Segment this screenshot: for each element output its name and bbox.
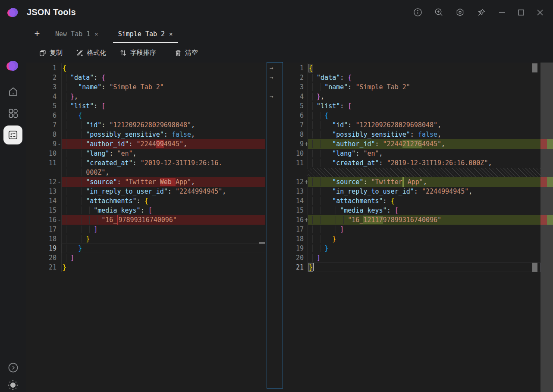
line-number: 20 <box>284 253 304 263</box>
code-line[interactable]: 8 "possibly_sensitive": false, <box>284 130 540 139</box>
code-line[interactable]: 14 "attachments": { <box>26 196 266 206</box>
code-content: ] <box>308 253 540 263</box>
code-line[interactable]: 16- "16_97899316740096" <box>26 215 266 225</box>
revert-diff-arrow-icon[interactable]: → <box>270 74 273 81</box>
code-line[interactable]: 6 { <box>284 111 540 120</box>
code-line[interactable]: 5 "list": [ <box>284 101 540 111</box>
revert-diff-arrow-icon[interactable]: → <box>270 93 273 100</box>
code-line[interactable]: 7 "id": "1212092628029698048", <box>26 120 266 130</box>
line-number: 21 <box>284 263 304 272</box>
scrollbar-bracket-mark <box>532 63 537 72</box>
code-line[interactable]: 000Z", <box>26 168 266 177</box>
minimize-icon[interactable] <box>493 3 512 22</box>
diff-divider-scrollbar[interactable]: →→→ <box>267 62 283 389</box>
code-line[interactable]: 18 } <box>26 234 266 244</box>
code-content: "16_1211797899316740096" <box>308 215 540 225</box>
sidebar-item-json-tools-active[interactable] <box>3 125 22 144</box>
line-number: 19 <box>284 244 304 253</box>
code-content: "lang": "en", <box>61 149 265 158</box>
tab-new-tab-1[interactable]: New Tab 1 × <box>49 25 104 43</box>
tab-label: New Tab 1 <box>55 30 90 38</box>
code-line[interactable]: 19 } <box>26 244 266 253</box>
sort-fields-button[interactable]: 字段排序 <box>119 49 156 57</box>
code-line[interactable]: 9+ "author_id": "2244212764945", <box>284 139 540 149</box>
sidebar-theme-icon[interactable] <box>0 379 26 391</box>
modified-editor[interactable]: 1{2 "data": {3 "name": "Simple Tab 2"4 }… <box>284 63 540 272</box>
maximize-icon[interactable] <box>512 3 531 22</box>
code-line[interactable]: 2 "data": { <box>284 73 540 82</box>
code-line[interactable]: 7 "id": "1212092628029698048", <box>284 120 540 130</box>
line-number: 1 <box>26 63 57 73</box>
code-line[interactable]: 8 "possibly_sensitive": false, <box>26 130 266 139</box>
new-tab-button[interactable]: + <box>33 30 41 38</box>
code-line[interactable]: 12+ "source": "Twitter App", <box>284 177 540 187</box>
code-line[interactable]: 20 ] <box>26 253 266 263</box>
code-line[interactable]: 10 "lang": "en", <box>284 149 540 158</box>
code-line[interactable]: 5 "list": [ <box>26 101 266 111</box>
line-number: 4 <box>284 92 304 101</box>
ruler-inserted-mark <box>547 139 553 149</box>
code-line[interactable]: 3 "name": "Simple Tab 2" <box>26 82 266 92</box>
tab-close-icon[interactable]: × <box>169 31 173 38</box>
code-content: } <box>308 263 540 272</box>
code-line[interactable]: 18 } <box>284 234 540 244</box>
code-line[interactable]: 10 "lang": "en", <box>26 149 266 158</box>
tab-simple-tab-2[interactable]: Simple Tab 2 × <box>112 25 179 43</box>
code-content: ] <box>308 225 540 234</box>
code-line[interactable]: 12- "source": "Twitter Web App", <box>26 177 266 187</box>
code-line[interactable]: 15 "media_keys": [ <box>26 206 266 215</box>
code-line[interactable]: 1{ <box>284 63 540 73</box>
pin-icon[interactable] <box>471 3 490 22</box>
sidebar-logo-icon <box>6 59 19 74</box>
tab-label: Simple Tab 2 <box>118 30 165 38</box>
close-icon[interactable] <box>531 3 550 22</box>
code-content: { <box>308 111 540 120</box>
code-content: "id": "1212092628029698048", <box>308 120 540 130</box>
code-content: { <box>308 63 540 73</box>
code-line[interactable]: 17 ] <box>26 225 266 234</box>
code-line[interactable]: 17 ] <box>284 225 540 234</box>
original-editor[interactable]: 1{2 "data": {3 "name": "Simple Tab 2"4 }… <box>26 63 266 272</box>
sidebar-item-home[interactable] <box>0 86 26 97</box>
code-line[interactable]: 20 ] <box>284 253 540 263</box>
line-number: 17 <box>284 225 304 234</box>
code-line[interactable]: 2 "data": { <box>26 73 266 82</box>
diff-filler-line[interactable] <box>284 168 540 177</box>
code-content: ] <box>61 225 265 234</box>
code-line[interactable]: 21} <box>26 263 266 272</box>
tab-close-icon[interactable]: × <box>94 31 98 38</box>
code-line[interactable]: 6 { <box>26 111 266 120</box>
code-line[interactable]: 15 "media_keys": [ <box>284 206 540 215</box>
code-line[interactable]: 13 "in_reply_to_user_id": "2244994945", <box>26 187 266 196</box>
copy-button[interactable]: 复制 <box>39 49 63 57</box>
code-content: "16_97899316740096" <box>61 215 265 225</box>
code-line[interactable]: 3 "name": "Simple Tab 2" <box>284 82 540 92</box>
settings-hex-icon[interactable] <box>450 3 469 22</box>
code-line[interactable]: 11 "created_at": "2019-12-31T19:26:16.00… <box>284 158 540 168</box>
code-line[interactable]: 9- "author_id": "2244994945", <box>26 139 266 149</box>
line-number: 15 <box>26 206 57 215</box>
info-icon[interactable] <box>408 3 427 22</box>
clear-button[interactable]: 清空 <box>174 49 198 57</box>
code-line[interactable]: 14 "attachments": { <box>284 196 540 206</box>
revert-diff-arrow-icon[interactable]: → <box>270 64 273 71</box>
code-line[interactable]: 11 "created_at": "2019-12-31T19:26:16. <box>26 158 266 168</box>
code-content: "media_keys": [ <box>308 206 540 215</box>
code-line[interactable]: 19 } <box>284 244 540 253</box>
code-content: "in_reply_to_user_id": "2244994945", <box>61 187 265 196</box>
code-content: "name": "Simple Tab 2" <box>308 82 540 92</box>
code-line[interactable]: 21} <box>284 263 540 272</box>
code-line[interactable]: 16+ "16_1211797899316740096" <box>284 215 540 225</box>
code-line[interactable]: 1{ <box>26 63 266 73</box>
titlebar-buttons <box>408 0 550 25</box>
format-button[interactable]: 格式化 <box>75 49 106 57</box>
checklist-icon <box>7 129 19 141</box>
code-content: "attachments": { <box>61 196 265 206</box>
text-cursor <box>313 263 314 271</box>
zoom-in-icon[interactable] <box>429 3 448 22</box>
sidebar-item-apps[interactable] <box>0 107 26 119</box>
code-line[interactable]: 4 }, <box>26 92 266 101</box>
sidebar-expand-icon[interactable] <box>0 362 26 373</box>
code-line[interactable]: 4 }, <box>284 92 540 101</box>
code-line[interactable]: 13 "in_reply_to_user_id": "2244994945", <box>284 187 540 196</box>
